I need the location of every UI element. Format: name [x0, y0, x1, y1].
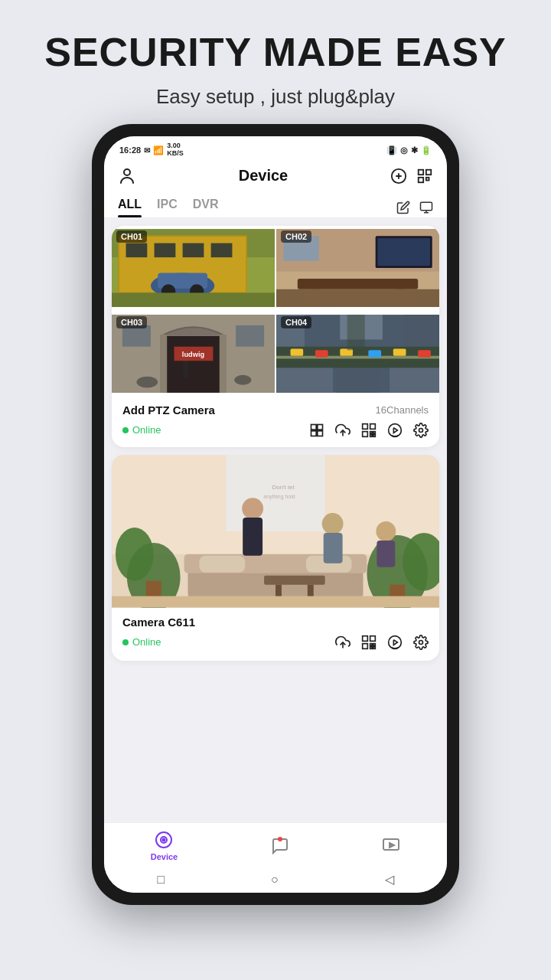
device1-channels: 16Channels — [376, 404, 429, 416]
tab-ipc[interactable]: IPC — [157, 198, 178, 217]
message-badge — [278, 837, 282, 841]
svg-text:anything hold: anything hold — [263, 494, 295, 500]
nav-message[interactable] — [271, 837, 289, 855]
cam-single-view[interactable]: Don't let anything hold — [112, 455, 439, 608]
svg-rect-94 — [377, 541, 395, 567]
svg-rect-7 — [426, 178, 429, 181]
svg-rect-100 — [112, 596, 439, 608]
android-back[interactable]: ◁ — [385, 872, 394, 887]
location-icon: ◎ — [400, 145, 408, 155]
svg-rect-39 — [122, 325, 151, 347]
svg-rect-38 — [220, 335, 227, 393]
playback-icon[interactable] — [387, 423, 403, 438]
svg-rect-73 — [373, 435, 376, 437]
device-card-2: Don't let anything hold Camera C611 — [112, 455, 439, 661]
qr-scan-icon-2[interactable] — [361, 635, 377, 650]
settings-icon[interactable] — [413, 423, 429, 438]
device2-info: Camera C611 — [112, 608, 439, 629]
svg-rect-8 — [421, 202, 432, 211]
device-nav-label: Device — [151, 852, 178, 861]
wifi-icon: 📶 — [153, 145, 164, 155]
svg-rect-63 — [318, 424, 323, 430]
svg-point-42 — [234, 375, 251, 385]
tab-dvr[interactable]: DVR — [193, 198, 219, 217]
svg-rect-40 — [236, 325, 264, 347]
scan-icon[interactable] — [416, 168, 433, 185]
svg-rect-58 — [347, 315, 365, 350]
add-device-icon[interactable] — [390, 168, 407, 185]
edit-icon[interactable] — [396, 201, 410, 214]
cam-cell-ch03[interactable]: ludwig CH03 — [112, 312, 275, 396]
status-indicator — [122, 427, 129, 433]
device1-bottom: Online — [112, 416, 439, 447]
sub-title: Easy setup , just plug&play — [31, 85, 520, 109]
svg-rect-15 — [126, 243, 148, 258]
android-square[interactable]: □ — [157, 873, 165, 887]
profile-icon[interactable] — [118, 167, 136, 185]
cam-cell-ch04[interactable]: CH04 — [276, 312, 439, 396]
device-list: CH01 — [104, 218, 447, 822]
data-speed: 3.00KB/S — [167, 142, 184, 158]
tab-all[interactable]: ALL — [118, 198, 142, 217]
bluetooth-icon: ✱ — [411, 145, 418, 155]
svg-point-89 — [242, 498, 263, 519]
tab-actions — [396, 201, 433, 214]
svg-rect-106 — [373, 644, 376, 646]
status-text-2: Online — [132, 636, 161, 648]
svg-rect-69 — [363, 432, 368, 437]
svg-point-91 — [322, 513, 344, 534]
tab-bar: ALL IPC DVR — [104, 193, 447, 218]
svg-rect-56 — [393, 348, 406, 355]
device1-actions — [309, 423, 429, 438]
svg-rect-51 — [276, 356, 439, 359]
svg-point-0 — [124, 169, 130, 175]
main-title: SECURITY MADE EASY — [31, 31, 520, 74]
svg-text:Don't let: Don't let — [272, 484, 295, 491]
camera-grid: CH01 — [112, 226, 439, 396]
svg-rect-33 — [276, 289, 439, 307]
svg-point-109 — [389, 636, 402, 649]
device2-actions — [335, 635, 429, 650]
svg-rect-65 — [318, 431, 323, 436]
playback-nav-icon — [382, 837, 400, 855]
svg-rect-72 — [370, 435, 373, 437]
svg-point-79 — [116, 528, 154, 581]
qr-scan-icon[interactable] — [361, 423, 377, 438]
status-text: Online — [132, 424, 161, 436]
page-header: SECURITY MADE EASY Easy setup , just plu… — [0, 0, 551, 124]
playback-icon-2[interactable] — [387, 635, 403, 650]
svg-rect-70 — [370, 432, 373, 434]
layout-icon[interactable] — [419, 201, 433, 214]
grid-view-icon[interactable] — [309, 423, 324, 438]
svg-rect-107 — [370, 647, 373, 649]
status-bar: 16:28 ✉ 📶 3.00KB/S 📳 ◎ ✱ 🔋 — [104, 136, 447, 161]
ch04-label: CH04 — [281, 316, 311, 328]
svg-rect-103 — [370, 636, 376, 642]
device1-info: Add PTZ Camera 16Channels — [112, 396, 439, 416]
svg-rect-18 — [211, 243, 233, 258]
svg-marker-115 — [390, 843, 394, 848]
svg-rect-97 — [264, 576, 325, 585]
device-card-1: CH01 — [112, 226, 439, 447]
settings-icon-2[interactable] — [413, 635, 429, 650]
svg-point-75 — [419, 428, 423, 432]
device-nav-icon — [155, 831, 173, 849]
cam-cell-ch02[interactable]: CH02 — [276, 226, 439, 310]
android-home[interactable]: ○ — [271, 873, 279, 887]
cam-cell-ch01[interactable]: CH01 — [112, 226, 275, 310]
cloud-upload-icon-2[interactable] — [335, 635, 350, 650]
cloud-upload-icon[interactable] — [335, 423, 350, 438]
bottom-nav: Device — [104, 822, 447, 866]
nav-title: Device — [239, 167, 289, 185]
nav-playback[interactable] — [382, 837, 400, 855]
svg-point-110 — [419, 640, 423, 644]
svg-rect-71 — [373, 432, 376, 434]
svg-rect-61 — [390, 368, 439, 392]
svg-rect-64 — [311, 431, 317, 436]
svg-rect-62 — [311, 424, 317, 430]
device1-name: Add PTZ Camera — [122, 403, 215, 416]
svg-rect-90 — [243, 518, 262, 556]
device2-bottom: Online — [112, 629, 439, 661]
svg-rect-104 — [363, 644, 368, 649]
nav-device[interactable]: Device — [151, 831, 178, 861]
